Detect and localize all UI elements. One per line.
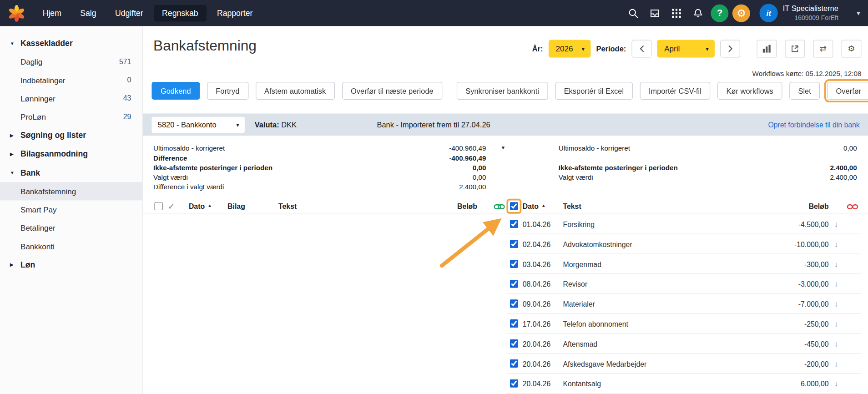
sidebar-item-betalinger[interactable]: Betalinger xyxy=(0,219,142,237)
sidebar-section-sogning-og-lister[interactable]: ▶ Søgning og lister xyxy=(0,126,142,144)
sidebar-item-smart-pay[interactable]: Smart Pay xyxy=(0,200,142,218)
main-content: Bankafstemning År: 2026 ▾ Periode: April… xyxy=(143,26,868,394)
menu-item-salg[interactable]: Salg xyxy=(72,5,105,21)
journal-belob-header[interactable]: Beløb xyxy=(395,198,477,214)
posting-checkbox[interactable] xyxy=(510,339,518,348)
saldo-options-chevron-icon[interactable]: ▾ xyxy=(501,144,505,151)
gear-icon[interactable]: ⚙ xyxy=(842,40,862,58)
posting-checkbox[interactable] xyxy=(510,220,518,228)
overfor-til-naeste-periode-button[interactable]: Overfør til næste periode xyxy=(342,82,443,100)
move-down-icon[interactable]: ↓ xyxy=(834,234,838,254)
settings-button[interactable]: ⚙ xyxy=(732,4,750,22)
count-badge: 43 xyxy=(123,94,131,102)
synkroniser-bankkonti-button[interactable]: Synkroniser bankkonti xyxy=(457,82,548,100)
journal-tekst-header[interactable]: Tekst xyxy=(278,198,297,214)
sidebar-item-prolon[interactable]: ProLøn 29 xyxy=(0,107,142,126)
bank-import-status: Bank - Importeret frem til 27.04.26 xyxy=(377,121,490,129)
posting-text: Kontantsalg xyxy=(563,374,601,394)
unlinked-postings-icon[interactable] xyxy=(847,202,858,212)
chevron-down-icon[interactable]: ▾ xyxy=(857,9,860,17)
eksporter-til-excel-button[interactable]: Eksportér til Excel xyxy=(555,82,632,100)
bank-tekst-header[interactable]: Tekst xyxy=(563,198,581,214)
sidebar-section-bank[interactable]: ▼ Bank xyxy=(0,163,142,182)
next-period-button[interactable] xyxy=(720,40,740,58)
search-icon[interactable] xyxy=(625,4,642,22)
importer-csv-fil-button[interactable]: Importér CSV-fil xyxy=(640,82,710,100)
sidebar-item-indbetalinger[interactable]: Indbetalinger 0 xyxy=(0,71,142,89)
journal-select-all-checkbox[interactable] xyxy=(154,202,162,210)
reconcile-check-icon[interactable]: ✓ xyxy=(168,198,175,214)
posting-date: 03.04.26 xyxy=(523,254,551,274)
inbox-icon[interactable] xyxy=(646,4,664,22)
move-down-icon[interactable]: ↓ xyxy=(834,354,838,374)
workflow-icon[interactable]: ⇄ xyxy=(813,40,833,58)
year-select[interactable]: 2026 ▾ xyxy=(549,40,591,58)
account-switcher[interactable]: it IT Specialisterne 1609009 ForEft xyxy=(760,4,838,22)
overfor-button[interactable]: Overfør xyxy=(827,82,868,100)
journal-dato-header[interactable]: Dato ▲ xyxy=(189,198,212,214)
kor-workflows-button[interactable]: Kør workflows xyxy=(717,82,782,100)
menu-item-regnskab[interactable]: Regnskab xyxy=(154,5,207,21)
fortryd-button[interactable]: Fortryd xyxy=(207,82,248,100)
afstem-automatisk-button[interactable]: Afstem automatisk xyxy=(256,82,335,100)
posting-text: Advokatomkostninger xyxy=(563,234,632,254)
sidebar-section-lon[interactable]: ▶ Løn xyxy=(0,255,142,274)
linked-postings-icon[interactable] xyxy=(494,202,505,212)
sidebar-item-bankkonti[interactable]: Bankkonti xyxy=(0,237,142,255)
sidebar-section-kassekladder[interactable]: ▼ Kassekladder xyxy=(0,34,142,52)
connect-bank-link[interactable]: Opret forbindelse til din bank xyxy=(768,121,859,129)
apps-grid-icon[interactable] xyxy=(668,4,686,22)
posting-checkbox[interactable] xyxy=(510,319,518,328)
posting-checkbox[interactable] xyxy=(510,260,518,268)
bank-dato-header[interactable]: Dato ▲ xyxy=(523,198,546,214)
period-select[interactable]: April ▾ xyxy=(657,40,715,58)
posting-checkbox[interactable] xyxy=(510,359,518,368)
bank-select-all-checkbox[interactable] xyxy=(510,202,518,210)
posting-amount: -250,00 xyxy=(750,314,829,334)
open-external-icon[interactable] xyxy=(785,40,805,58)
sidebar-item-label: Daglig xyxy=(20,57,42,66)
chevron-collapsed-icon: ▶ xyxy=(10,132,15,137)
move-down-icon[interactable]: ↓ xyxy=(834,274,838,294)
bank-belob-header[interactable]: Beløb xyxy=(750,198,829,214)
menu-item-hjem[interactable]: Hjem xyxy=(34,5,70,21)
summary-value: 2.400,00 xyxy=(830,173,857,182)
sidebar-item-lonninger[interactable]: Lønninger 43 xyxy=(0,89,142,107)
move-down-icon[interactable]: ↓ xyxy=(834,214,838,234)
menu-item-udgifter[interactable]: Udgifter xyxy=(107,5,151,21)
posting-checkbox[interactable] xyxy=(510,280,518,288)
move-down-icon[interactable]: ↓ xyxy=(834,294,838,314)
move-down-icon[interactable]: ↓ xyxy=(834,314,838,334)
posting-checkbox[interactable] xyxy=(510,240,518,248)
summary-label: Ikke-afstemte posteringer i perioden xyxy=(153,163,273,173)
posting-text: Telefon abonnoment xyxy=(563,314,628,334)
sidebar-section-label: Bilagsanmodning xyxy=(20,150,88,158)
menu-item-rapporter[interactable]: Rapporter xyxy=(209,5,261,21)
posting-checkbox[interactable] xyxy=(510,299,518,308)
move-down-icon[interactable]: ↓ xyxy=(834,374,838,394)
previous-period-button[interactable] xyxy=(631,40,651,58)
sidebar-section-label: Bank xyxy=(20,168,40,177)
slet-button[interactable]: Slet xyxy=(789,82,820,100)
help-button[interactable]: ? xyxy=(711,4,729,22)
economic-flower-logo[interactable] xyxy=(8,4,25,22)
bank-posting-row: 20.04.26 Kontantsalg 6.000,00 ↓ xyxy=(506,374,861,394)
move-down-icon[interactable]: ↓ xyxy=(834,254,838,274)
bank-account-value: 5820 - Bankkonto xyxy=(158,121,217,129)
move-down-icon[interactable]: ↓ xyxy=(834,334,838,354)
action-toolbar: Godkend Fortryd Afstem automatisk Overfø… xyxy=(151,82,865,100)
summary-spacer xyxy=(559,154,857,163)
journal-bilag-header[interactable]: Bilag xyxy=(227,198,245,214)
sidebar-item-bankafstemning[interactable]: Bankafstemning xyxy=(0,182,142,200)
bank-account-select[interactable]: 5820 - Bankkonto ▾ xyxy=(151,116,244,132)
posting-checkbox[interactable] xyxy=(510,379,518,388)
godkend-button[interactable]: Godkend xyxy=(151,82,200,100)
workflows-run-status: Workflows kørte: 05.12.2025, 12:08 xyxy=(752,70,862,77)
sidebar-section-bilagsanmodning[interactable]: ▶ Bilagsanmodning xyxy=(0,145,142,163)
sort-ascending-icon: ▲ xyxy=(541,203,546,208)
chart-icon[interactable] xyxy=(757,40,777,58)
notifications-bell-icon[interactable] xyxy=(689,4,707,22)
bank-posting-row: 03.04.26 Morgenmad -300,00 ↓ xyxy=(506,254,861,274)
sidebar-item-daglig[interactable]: Daglig 571 xyxy=(0,53,142,71)
period-controls: År: 2026 ▾ Periode: April ▾ xyxy=(532,40,862,58)
